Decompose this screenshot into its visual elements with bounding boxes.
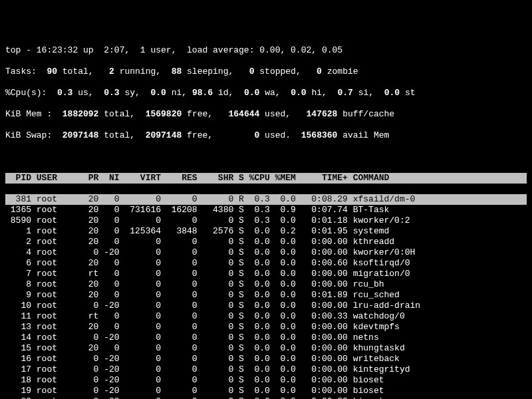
process-row[interactable]: 15 root 20 0 0 0 0 S 0.0 0.0 0:00.00 khu… [5, 343, 527, 354]
process-row[interactable]: 8590 root 20 0 0 0 0 S 0.3 0.0 0:01.18 k… [5, 215, 527, 226]
process-list[interactable]: 381 root 20 0 0 0 0 R 0.3 0.0 0:08.29 xf… [5, 194, 527, 399]
process-row[interactable]: 9 root 20 0 0 0 0 S 0.0 0.0 0:01.89 rcu_… [5, 290, 527, 301]
process-row[interactable]: 18 root 0 -20 0 0 0 S 0.0 0.0 0:00.00 bi… [5, 375, 527, 386]
process-row[interactable]: 4 root 0 -20 0 0 0 S 0.0 0.0 0:00.00 kwo… [5, 247, 527, 258]
process-row[interactable]: 16 root 0 -20 0 0 0 S 0.0 0.0 0:00.00 wr… [5, 354, 527, 364]
process-columns-header[interactable]: PID USER PR NI VIRT RES SHR S %CPU %MEM … [5, 173, 527, 184]
process-row[interactable]: 1 root 20 0 125364 3848 2576 S 0.0 0.2 0… [5, 226, 527, 237]
blank-line [5, 152, 527, 162]
process-row[interactable]: 2 root 20 0 0 0 0 S 0.0 0.0 0:00.00 kthr… [5, 237, 527, 247]
process-row[interactable]: 8 root 20 0 0 0 0 S 0.0 0.0 0:00.00 rcu_… [5, 279, 527, 290]
process-row[interactable]: 14 root 0 -20 0 0 0 S 0.0 0.0 0:00.00 ne… [5, 332, 527, 343]
top-uptime-line: top - 16:23:32 up 2:07, 1 user, load ave… [5, 45, 527, 56]
top-tasks-line: Tasks: 90 total, 2 running, 88 sleeping,… [5, 66, 527, 77]
process-row[interactable]: 1365 root 20 0 731616 16208 4380 S 0.3 0… [5, 205, 527, 215]
top-cpu-line: %Cpu(s): 0.3 us, 0.3 sy, 0.0 ni, 98.6 id… [5, 88, 527, 98]
process-row[interactable]: 19 root 0 -20 0 0 0 S 0.0 0.0 0:00.00 bi… [5, 386, 527, 396]
top-swap-line: KiB Swap: 2097148 total, 2097148 free, 0… [5, 130, 527, 141]
process-row[interactable]: 13 root 20 0 0 0 0 S 0.0 0.0 0:00.00 kde… [5, 322, 527, 332]
process-row[interactable]: 381 root 20 0 0 0 0 R 0.3 0.0 0:08.29 xf… [5, 194, 527, 205]
top-mem-line: KiB Mem : 1882092 total, 1569820 free, 1… [5, 109, 527, 120]
process-row[interactable]: 17 root 0 -20 0 0 0 S 0.0 0.0 0:00.00 ki… [5, 364, 527, 375]
process-row[interactable]: 11 root rt 0 0 0 0 S 0.0 0.0 0:00.33 wat… [5, 311, 527, 322]
process-row[interactable]: 10 root 0 -20 0 0 0 S 0.0 0.0 0:00.00 lr… [5, 301, 527, 311]
process-row[interactable]: 20 root 0 -20 0 0 0 S 0.0 0.0 0:00.00 bi… [5, 396, 527, 399]
process-row[interactable]: 7 root rt 0 0 0 0 S 0.0 0.0 0:00.00 migr… [5, 269, 527, 279]
process-row[interactable]: 6 root 20 0 0 0 0 S 0.0 0.0 0:00.60 ksof… [5, 258, 527, 269]
